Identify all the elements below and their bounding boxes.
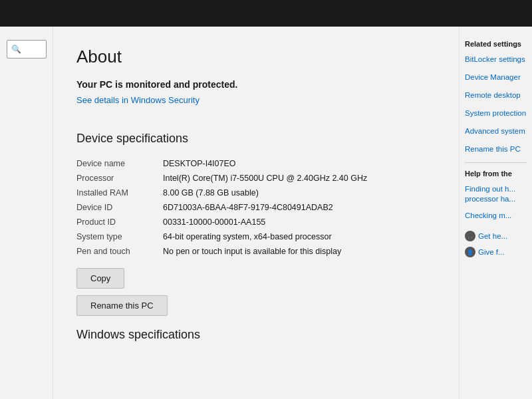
spec-label: Device name xyxy=(76,156,163,171)
protection-status: Your PC is monitored and protected. xyxy=(76,79,436,90)
specs-table: Device nameDESKTOP-I4I07EOProcessorIntel… xyxy=(76,156,436,259)
spec-value: Intel(R) Core(TM) i7-5500U CPU @ 2.40GHz… xyxy=(163,171,436,186)
spec-value: 64-bit operating system, x64-based proce… xyxy=(163,229,436,244)
help-link[interactable]: Finding out h... processor ha... xyxy=(465,184,527,204)
device-specs-title: Device specifications xyxy=(76,132,436,146)
spec-label: System type xyxy=(76,229,163,244)
right-sidebar: Related settings BitLocker settingsDevic… xyxy=(459,27,532,399)
spec-value: No pen or touch input is available for t… xyxy=(163,244,436,259)
bottom-icons-container: 🎧 Get he... 👤 Give f... xyxy=(465,231,527,257)
person-icon: 👤 xyxy=(465,247,475,257)
see-details-link[interactable]: See details in Windows Security xyxy=(76,95,200,105)
copy-button[interactable]: Copy xyxy=(76,268,124,289)
page-title: About xyxy=(76,47,436,67)
table-row: Product ID00331-10000-00001-AA155 xyxy=(76,215,436,229)
help-title: Help from the xyxy=(465,170,527,178)
right-sidebar-link[interactable]: Device Manager xyxy=(465,72,527,82)
get-help-row: 🎧 Get he... xyxy=(465,231,527,241)
spec-label: Pen and touch xyxy=(76,244,163,259)
search-icon: 🔍 xyxy=(11,45,21,54)
table-row: Installed RAM8.00 GB (7.88 GB usable) xyxy=(76,186,436,200)
content-area: About Your PC is monitored and protected… xyxy=(53,27,459,399)
spec-label: Product ID xyxy=(76,215,163,229)
spec-value: 6D71003A-6BAA-48F7-9179-4C80491ADAB2 xyxy=(163,200,436,215)
windows-specs-title: Windows specifications xyxy=(76,328,436,342)
divider xyxy=(465,162,527,163)
rename-button[interactable]: Rename this PC xyxy=(76,295,168,316)
get-help-link[interactable]: Get he... xyxy=(478,232,507,240)
right-sidebar-link[interactable]: BitLocker settings xyxy=(465,55,527,65)
spec-label: Processor xyxy=(76,171,163,186)
right-sidebar-link[interactable]: Advanced system xyxy=(465,126,527,136)
spec-label: Installed RAM xyxy=(76,186,163,200)
top-bar xyxy=(0,0,532,27)
right-sidebar-link[interactable]: System protection xyxy=(465,108,527,118)
table-row: Device ID6D71003A-6BAA-48F7-9179-4C80491… xyxy=(76,200,436,215)
spec-value: DESKTOP-I4I07EO xyxy=(163,156,436,171)
give-feedback-row: 👤 Give f... xyxy=(465,247,527,257)
spec-label: Device ID xyxy=(76,200,163,215)
table-row: Pen and touchNo pen or touch input is av… xyxy=(76,244,436,259)
give-feedback-link[interactable]: Give f... xyxy=(478,248,505,256)
right-sidebar-link[interactable]: Remote desktop xyxy=(465,90,527,100)
related-settings-title: Related settings xyxy=(465,40,527,48)
main-container: 🔍 About Your PC is monitored and protect… xyxy=(0,27,532,399)
left-sidebar: 🔍 xyxy=(0,27,53,399)
table-row: Device nameDESKTOP-I4I07EO xyxy=(76,156,436,171)
headset-icon: 🎧 xyxy=(465,231,475,241)
help-link[interactable]: Checking m... xyxy=(465,211,527,221)
table-row: ProcessorIntel(R) Core(TM) i7-5500U CPU … xyxy=(76,171,436,186)
spec-value: 8.00 GB (7.88 GB usable) xyxy=(163,186,436,200)
spec-value: 00331-10000-00001-AA155 xyxy=(163,215,436,229)
table-row: System type64-bit operating system, x64-… xyxy=(76,229,436,244)
search-box[interactable]: 🔍 xyxy=(7,40,47,59)
right-sidebar-link[interactable]: Rename this PC xyxy=(465,144,527,154)
